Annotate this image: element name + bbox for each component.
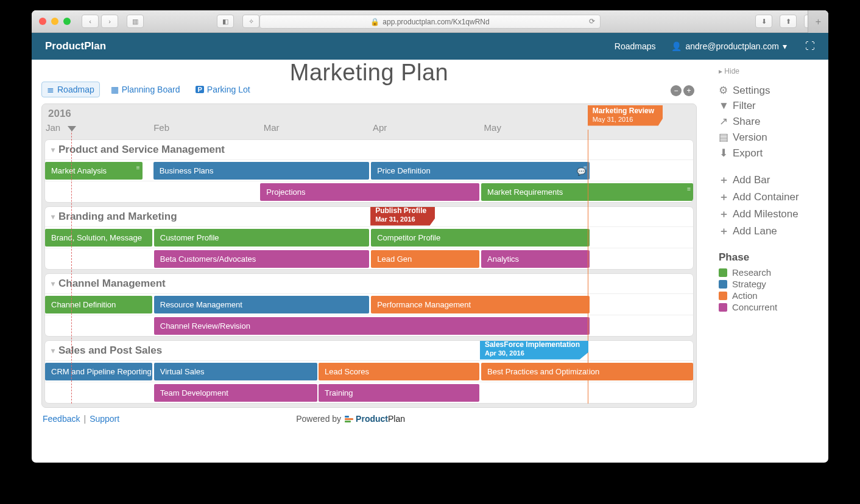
swimlane-title: Product and Service Management [58,144,225,156]
phase-swatch [719,303,727,312]
phase-action[interactable]: Action [719,290,816,301]
phase-label: Action [732,290,758,301]
forward-button[interactable]: › [101,15,118,28]
lane: Channel Review/Revision [45,315,693,336]
sidebar-item-settings[interactable]: ⚙Settings [719,84,816,97]
lane: Market Analysis≡Business PlansPrice Defi… [45,159,693,181]
phase-label: Strategy [732,279,766,289]
hide-sidebar[interactable]: ▸ Hide [719,67,816,75]
milestone-flag[interactable]: Publish ProfileMar 31, 2016 [370,206,435,226]
lane: Brand, Solution, MessageCustomer Profile… [45,226,693,248]
sidebar-item-label: Share [733,116,760,128]
roadmap-bar[interactable]: CRM and Pipeline Reporting [45,363,152,380]
phase-label: Concurrent [732,302,777,312]
phase-swatch [719,268,727,277]
roadmap-bar[interactable]: Team Development [154,384,317,402]
reader-icon[interactable]: ◧ [217,15,234,28]
zoom-out-button[interactable]: − [671,85,682,96]
share-icon: ↗ [719,115,728,128]
roadmap-bar[interactable]: Resource Management [154,296,369,313]
chevron-down-icon[interactable]: ▾ [51,212,55,221]
roadmap-bar[interactable]: Beta Customers/Advocates [154,250,369,268]
phase-swatch [719,292,727,300]
grip-icon[interactable]: ≡ [687,186,691,192]
sidebar-item-version[interactable]: ▤Version [719,131,816,144]
sidebar-add-milestone[interactable]: ＋Add Milestone [719,207,816,221]
sidebar-item-label: Add Container [733,191,799,203]
sidebar-item-label: Filter [733,100,756,112]
tab-planning-board[interactable]: ▦ Planning Board [106,82,185,97]
roadmap-bar[interactable]: Lead Gen [371,250,479,268]
chevron-down-icon[interactable]: ▾ [51,279,55,288]
milestone-marketing-review[interactable]: Marketing ReviewMay 31, 2016 [588,105,663,126]
app-bar: ProductPlan Roadmaps 👤 andre@productplan… [32,33,828,60]
phase-label: Research [732,267,771,278]
sidebar-add-bar[interactable]: ＋Add Bar [719,173,816,187]
sidebar-add-lane[interactable]: ＋Add Lane [719,224,816,238]
roadmap-bar[interactable]: Analytics [481,250,590,268]
sidebar-add-container[interactable]: ＋Add Container [719,190,816,204]
chevron-down-icon[interactable]: ▾ [51,346,55,355]
minimize-window[interactable] [51,18,58,25]
reload-icon[interactable]: ⟳ [589,17,595,26]
sidebar-item-label: Export [733,147,763,159]
roadmap-bar[interactable]: Market Analysis≡ [45,162,143,180]
roadmap-bar[interactable]: Channel Definition [45,296,152,313]
swimlane: ▾Branding and MarketingPublish ProfileMa… [44,206,694,270]
lane: CRM and Pipeline ReportingVirtual SalesL… [45,360,693,382]
wand-icon[interactable]: ✧ [242,15,259,28]
phase-strategy[interactable]: Strategy [719,279,816,289]
sidebar-item-share[interactable]: ↗Share [719,115,816,128]
browser-window: ‹ › ▥ ◧ ✧ ▲ 🔒 app.productplan.com/Kx1qwR… [32,10,828,463]
roadmap-bar[interactable]: Competitor Profile [371,229,590,247]
roadmap-bar[interactable]: Virtual Sales [154,363,317,380]
roadmap-icon: ≣ [47,85,54,94]
support-link[interactable]: Support [90,414,119,424]
roadmap-bar[interactable]: Channel Review/Revision [154,317,590,335]
roadmap-bar[interactable]: Customer Profile [154,229,369,247]
roadmap-bar[interactable]: Training [319,384,479,402]
sidebar-item-filter[interactable]: ▼Filter [719,100,816,112]
fullscreen-icon[interactable]: ⛶ [805,41,815,52]
lane: Channel DefinitionResource ManagementPer… [45,293,693,315]
roadmap-bar[interactable]: Projections [260,183,479,201]
caret-down-icon: ▾ [783,41,787,51]
close-window[interactable] [39,18,46,25]
phase-research[interactable]: Research [719,267,816,278]
sidebar-item-label: Add Milestone [733,208,798,220]
grip-icon[interactable]: ≡ [136,164,140,171]
milestone-flag[interactable]: SalesForce ImplementationApr 30, 2016 [480,340,588,360]
nav-roadmaps[interactable]: Roadmaps [615,41,656,51]
download-icon[interactable]: ⬇ [755,15,772,28]
phase-concurrent[interactable]: Concurrent [719,302,816,312]
traffic-lights[interactable] [39,18,71,25]
comment-icon[interactable]: 💬 [577,167,586,176]
new-tab-button[interactable]: + [808,10,828,33]
back-button[interactable]: ‹ [82,15,99,28]
roadmap-bar[interactable]: Price Definition≡💬 [371,162,590,180]
address-bar[interactable]: 🔒 app.productplan.com/Kx1qwRNd ⟳ [259,15,601,29]
feedback-link[interactable]: Feedback [43,414,80,424]
roadmap-bar[interactable]: Business Plans [153,162,369,180]
share-browser-icon[interactable]: ⬆ [780,15,797,28]
sidebar-item-export[interactable]: ⬇Export [719,147,816,159]
tab-planning-label: Planning Board [122,85,180,94]
sidebar-toggle[interactable]: ▥ [127,15,144,28]
zoom-window[interactable] [63,18,71,25]
roadmap-bar[interactable]: Lead Scores [319,363,479,380]
footer: Feedback | Support Powered by ProductPla… [32,408,707,432]
month-label: Jan [46,122,60,133]
month-label: May [484,122,501,133]
gear-icon: ⚙ [719,84,728,97]
zoom-in-button[interactable]: + [683,85,694,96]
user-menu[interactable]: 👤 andre@productplan.com ▾ [671,41,787,51]
month-label: Mar [264,122,280,133]
month-label: Feb [153,122,169,133]
swimlane: ▾Sales and Post SalesSalesForce Implemen… [44,340,694,404]
roadmap-bar[interactable]: Brand, Solution, Message [45,229,152,247]
tab-parking-lot[interactable]: P Parking Lot [191,82,255,97]
sidebar-item-label: Version [733,131,767,144]
roadmap-bar[interactable]: Performance Management [371,296,590,313]
chevron-down-icon[interactable]: ▾ [51,145,55,154]
tab-roadmap[interactable]: ≣ Roadmap [41,82,100,97]
